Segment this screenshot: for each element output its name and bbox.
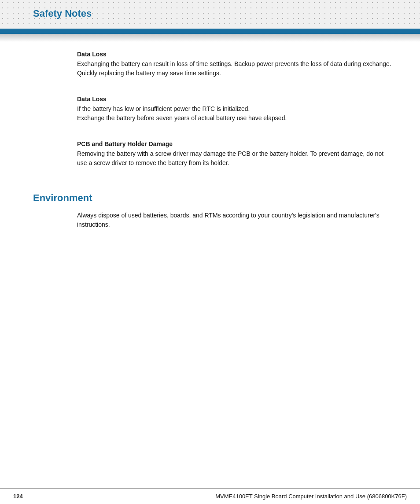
footer-document-title: MVME4100ET Single Board Computer Install…: [215, 493, 407, 500]
footer-page-number: 124: [13, 493, 23, 500]
note-2: Data Loss If the battery has low or insu…: [77, 96, 394, 123]
header: Safety Notes: [0, 0, 420, 42]
gap-2: [0, 136, 420, 140]
footer: 124 MVME4100ET Single Board Computer Ins…: [0, 488, 420, 504]
note-1-text: Exchanging the battery can result in los…: [77, 59, 394, 78]
section-gap: [0, 181, 420, 188]
note-1: Data Loss Exchanging the battery can res…: [77, 51, 394, 78]
environment-heading: Environment: [33, 192, 420, 204]
environment-content: Always dispose of used batteries, boards…: [77, 211, 394, 229]
note-block-1: Data Loss Exchanging the battery can res…: [77, 51, 394, 78]
note-2-title: Data Loss: [77, 96, 394, 103]
note-block-2: Data Loss If the battery has low or insu…: [77, 96, 394, 123]
gap-1: [0, 91, 420, 96]
blue-accent-bar: [0, 29, 420, 34]
main-content: Data Loss Exchanging the battery can res…: [0, 42, 420, 256]
note-block-3: PCB and Battery Holder Damage Removing t…: [77, 140, 394, 168]
note-2-text: If the battery has low or insufficient p…: [77, 104, 394, 123]
page-title: Safety Notes: [33, 8, 92, 19]
note-3: PCB and Battery Holder Damage Removing t…: [77, 140, 394, 168]
note-1-title: Data Loss: [77, 51, 394, 58]
note-3-text: Removing the battery with a screw driver…: [77, 149, 394, 168]
environment-text: Always dispose of used batteries, boards…: [77, 211, 394, 229]
note-3-title: PCB and Battery Holder Damage: [77, 140, 394, 147]
gray-gradient-bar: [0, 34, 420, 42]
